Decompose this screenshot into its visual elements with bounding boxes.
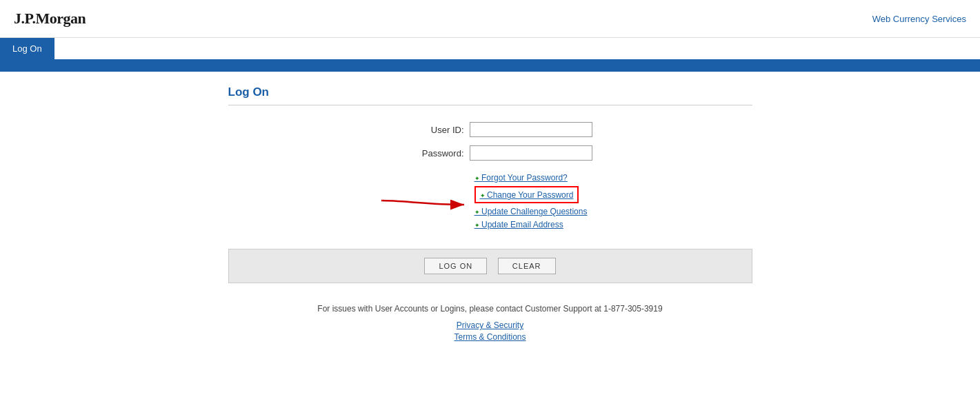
nav-bar: Log On [0,38,980,59]
userid-row: User ID: [388,122,592,137]
links-container: Forgot Your Password? Change Your Passwo… [474,173,588,229]
update-challenge-link[interactable]: Update Challenge Questions [474,207,588,216]
jpmorgan-logo: J.P.Morgan [14,10,86,28]
logon-button[interactable]: LOG ON [424,258,487,274]
password-row: Password: [388,145,592,161]
form-area: User ID: Password: Forgot Your Password? [228,122,752,283]
blue-strip [0,59,980,72]
main-content: Log On User ID: Password: Forgot You [228,72,752,358]
forgot-password-link[interactable]: Forgot Your Password? [474,173,588,183]
header: J.P.Morgan Web Currency Services [0,0,980,38]
userid-label: User ID: [388,125,464,135]
terms-link[interactable]: Terms & Conditions [228,332,752,342]
change-password-link[interactable]: Change Your Password [480,190,574,200]
action-row: LOG ON CLEAR [228,249,752,283]
support-text: For issues with User Accounts or Logins,… [228,304,752,314]
service-name-link[interactable]: Web Currency Services [872,14,966,24]
privacy-link[interactable]: Privacy & Security [228,320,752,330]
change-password-highlight-box: Change Your Password [474,186,579,203]
arrow-annotation [374,185,471,216]
footer: For issues with User Accounts or Logins,… [228,304,752,342]
userid-input[interactable] [470,122,592,137]
logon-nav-button[interactable]: Log On [0,38,54,59]
password-input[interactable] [470,145,592,161]
clear-button[interactable]: CLEAR [498,258,556,274]
password-label: Password: [388,148,464,158]
change-password-wrapper: Change Your Password [474,186,588,203]
section-title: Log On [228,85,752,105]
update-email-link[interactable]: Update Email Address [474,220,588,229]
